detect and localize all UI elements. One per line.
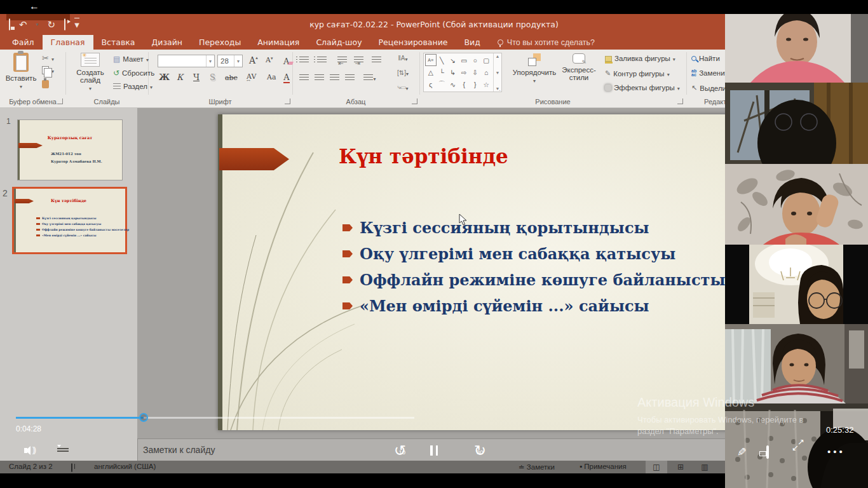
rounded-rectangle-shape[interactable]: ▢ (481, 54, 492, 66)
format-painter-button[interactable] (42, 80, 49, 88)
align-text-button[interactable]: [⇅] (397, 67, 409, 78)
progress-scrubber[interactable] (139, 413, 148, 422)
slide-2-thumbnail[interactable]: Күн тәртібінде Күзгі сессияның қорытынды… (12, 187, 127, 254)
line-spacing-button[interactable] (370, 55, 383, 65)
align-center-button[interactable] (313, 72, 325, 83)
paragraph-dialog-launcher[interactable] (412, 98, 417, 104)
down-arrow-shape[interactable]: ⇩ (470, 66, 481, 78)
curve-shape[interactable]: ∿ (447, 79, 459, 91)
forward-30-button[interactable]: 30 (474, 442, 486, 459)
copy-button[interactable] (42, 66, 54, 74)
font-size-combobox[interactable]: ▾ (217, 55, 243, 67)
annotate-button[interactable] (737, 445, 747, 459)
italic-button[interactable]: К (177, 72, 183, 82)
clear-formatting-button[interactable]: A (283, 57, 289, 66)
tab-slideshow[interactable]: Слайд-шоу (308, 35, 370, 50)
tab-review[interactable]: Рецензирование (370, 35, 456, 50)
line-shape[interactable]: ╲ (437, 54, 448, 66)
change-case-button[interactable]: Aa (267, 73, 276, 81)
shape-effects-button[interactable]: Эффекты фигуры (605, 84, 680, 92)
scroll-down-icon[interactable]: ▼ (496, 71, 500, 75)
decrease-font-button[interactable]: A (266, 56, 273, 64)
scribble-shape[interactable]: ς (425, 79, 437, 91)
notes-toggle-button[interactable]: ≐ Заметки (519, 463, 555, 471)
slide-title[interactable]: Күн тәртібінде (339, 145, 508, 168)
clipboard-dialog-launcher[interactable] (57, 98, 63, 104)
quick-styles-button[interactable]: Экспресс- стили (559, 53, 599, 81)
scroll-up-icon[interactable]: ▲ (496, 54, 500, 58)
rewind-10-button[interactable]: 10 (394, 442, 410, 459)
rectangle-shape[interactable]: ▭ (459, 54, 470, 66)
font-dialog-launcher[interactable] (285, 98, 290, 104)
playback-progress-bar[interactable] (16, 417, 414, 419)
strikethrough-button[interactable]: abc (225, 74, 238, 82)
more-options-button[interactable] (827, 446, 845, 458)
columns-button[interactable] (363, 72, 376, 83)
tab-home[interactable]: Главная (43, 35, 93, 50)
tab-view[interactable]: Вид (456, 35, 489, 50)
tab-animations[interactable]: Анимация (249, 35, 308, 50)
text-shadow-button[interactable]: S (210, 72, 215, 82)
font-name-combobox[interactable]: ▾ (158, 55, 215, 67)
font-name-input[interactable] (158, 57, 206, 65)
font-color-button[interactable]: А (283, 72, 290, 83)
participant-video-5[interactable] (725, 324, 868, 403)
arrange-button[interactable]: Упорядочить (512, 53, 557, 84)
normal-view-button[interactable]: ◫ (646, 461, 667, 473)
back-button[interactable] (29, 1, 39, 12)
left-brace-shape[interactable]: { (459, 79, 470, 91)
participant-video-3[interactable] (725, 164, 868, 245)
increase-font-button[interactable]: A (249, 55, 258, 65)
pause-button[interactable] (430, 445, 438, 456)
elbow-arrow-shape[interactable]: ↳ (447, 66, 459, 78)
text-box-shape[interactable]: A≡ (425, 54, 437, 66)
bold-button[interactable]: Ж (159, 72, 170, 82)
tab-insert[interactable]: Вставка (93, 35, 144, 50)
increase-indent-button[interactable] (352, 55, 365, 65)
comments-toggle-button[interactable]: ▪ Примечания (580, 463, 627, 470)
slide-1-thumbnail[interactable]: Кураторлық сағат ЖМ21-012 топ Куратор Ал… (17, 119, 123, 180)
elbow-connector-shape[interactable]: └ (437, 66, 448, 78)
tab-transitions[interactable]: Переходы (191, 35, 249, 50)
oval-shape[interactable]: ○ (470, 54, 481, 66)
shape-fill-button[interactable]: Заливка фигуры (605, 55, 675, 62)
chevron-down-icon[interactable]: ▾ (234, 55, 242, 67)
align-left-button[interactable] (297, 72, 310, 83)
justify-button[interactable] (343, 72, 356, 83)
reset-button[interactable]: Сбросить (113, 69, 154, 78)
chevron-down-icon[interactable]: ▾ (206, 55, 214, 67)
character-spacing-button[interactable]: AV (247, 72, 256, 83)
participant-video-2[interactable] (725, 83, 868, 164)
font-size-input[interactable] (218, 57, 234, 65)
bullets-button[interactable] (297, 55, 310, 65)
star-shape[interactable]: ☆ (481, 79, 492, 91)
language-indicator[interactable]: английский (США) (94, 463, 156, 470)
gallery-more-icon[interactable]: ▼̱ (496, 86, 500, 91)
paste-button[interactable]: Вставить (4, 53, 38, 90)
layout-button[interactable]: Макет (113, 55, 149, 64)
participant-video-4[interactable] (725, 245, 868, 324)
find-button[interactable]: Найти (691, 55, 720, 62)
triangle-shape[interactable]: △ (425, 66, 437, 78)
decrease-indent-button[interactable] (336, 55, 348, 65)
picture-in-picture-button[interactable] (766, 447, 769, 458)
convert-smartart-button[interactable]: ⤷▭ (397, 82, 409, 92)
tell-me-box[interactable]: Что вы хотите сделать? (498, 35, 595, 50)
spellcheck-button[interactable] (71, 464, 72, 471)
shapes-scrollbar[interactable]: ▲ ▼ ▼̱ (493, 53, 501, 92)
shape-outline-button[interactable]: Контур фигуры (605, 69, 670, 78)
right-arrow-shape[interactable]: ⇨ (459, 66, 470, 78)
cut-button[interactable] (42, 53, 54, 63)
numbering-button[interactable] (315, 55, 328, 65)
tab-design[interactable]: Дизайн (144, 35, 191, 50)
slide-sorter-view-button[interactable]: ⊞ (670, 461, 691, 473)
new-slide-button[interactable]: Создать слайд (70, 53, 111, 92)
right-brace-shape[interactable]: } (470, 79, 481, 91)
text-direction-button[interactable]: ‖A (397, 53, 409, 63)
section-button[interactable]: Раздел (113, 83, 153, 90)
arrow-shape[interactable]: ↘ (447, 54, 459, 66)
tab-file[interactable]: Файл (4, 35, 43, 50)
arc-shape[interactable]: ⌒ (437, 79, 448, 91)
underline-button[interactable]: Ч (193, 72, 200, 82)
drawing-dialog-launcher[interactable] (677, 98, 683, 104)
